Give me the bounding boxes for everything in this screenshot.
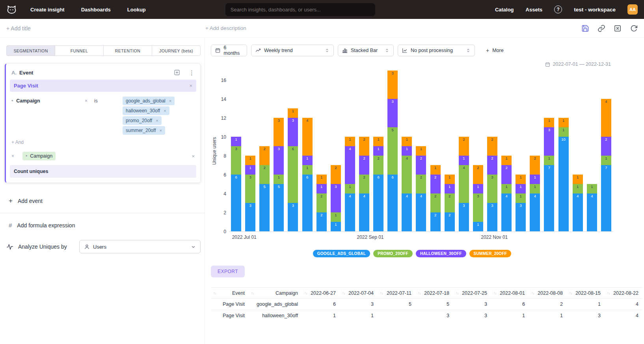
bar-segment-google_ads_global[interactable]: 5 (274, 184, 284, 231)
bar-segment-promo_20off[interactable]: 1 (573, 184, 583, 193)
chart-type-select[interactable]: Stacked Bar (338, 45, 394, 56)
nav-assets[interactable]: Assets (526, 7, 543, 13)
bar-segment-halloween_30off[interactable]: 1 (373, 146, 383, 156)
bar-segment-promo_20off[interactable]: 1 (544, 156, 554, 165)
table-header-2022-08-01[interactable]: ↑↓2022-08-01 (491, 288, 529, 299)
table-header-2022-08-22[interactable]: ↑↓2022-08-22 (605, 288, 642, 299)
bar-segment-google_ads_global[interactable]: 7 (544, 165, 554, 231)
bar-segment-halloween_30off[interactable]: 1 (445, 184, 455, 193)
bar-segment-summer_20off[interactable]: 1 (345, 137, 355, 146)
bar-segment-google_ads_global[interactable]: 1 (473, 222, 483, 231)
bar-segment-halloween_30off[interactable]: 2 (487, 156, 497, 175)
save-icon[interactable] (581, 24, 589, 32)
bar-segment-promo_20off[interactable]: 1 (587, 184, 597, 193)
bar-segment-promo_20off[interactable]: 1 (558, 127, 569, 137)
filter-value-tag[interactable]: halloween_30off× (123, 106, 169, 115)
filter-property[interactable]: Campaign (16, 98, 40, 104)
remove-breakdown-icon[interactable]: × (11, 153, 19, 159)
remove-filter-icon[interactable]: × (85, 97, 92, 104)
bar-segment-google_ads_global[interactable]: 6 (302, 175, 313, 231)
bar-segment-halloween_30off[interactable]: 3 (387, 99, 398, 127)
filter-value-tag[interactable]: summer_20off× (123, 126, 165, 135)
remove-event-icon[interactable]: × (189, 83, 192, 89)
bar-segment-promo_20off[interactable]: 1 (302, 165, 313, 175)
sort-icon[interactable]: ↑↓ (493, 291, 496, 295)
sort-icon[interactable]: ↑↓ (531, 291, 534, 295)
sort-icon[interactable]: ↑↓ (304, 291, 307, 295)
bar-segment-promo_20off[interactable]: 3 (487, 175, 497, 203)
bar-segment-halloween_30off[interactable]: 1 (473, 184, 483, 193)
bar-segment-google_ads_global[interactable]: 4 (501, 193, 512, 231)
bar-segment-google_ads_global[interactable]: 4 (416, 193, 426, 231)
tab-retention[interactable]: RETENTION (103, 45, 152, 56)
bar-segment-summer_20off[interactable]: 4 (601, 99, 611, 137)
bar-segment-promo_20off[interactable]: 3 (245, 175, 255, 203)
sort-icon[interactable]: ↑↓ (380, 291, 383, 295)
add-title-button[interactable]: + Add title (6, 25, 31, 32)
bar-segment-promo_20off[interactable]: 6 (288, 146, 298, 203)
legend-item-halloween_30off[interactable]: HALLOWEEN_30OFF (416, 250, 466, 257)
bar-segment-promo_20off[interactable]: 3 (231, 146, 241, 175)
more-options-button[interactable]: + More (486, 48, 504, 53)
bar-segment-halloween_30off[interactable]: 1 (231, 137, 241, 146)
bar-segment-google_ads_global[interactable]: 3 (288, 203, 298, 231)
remove-value-icon[interactable]: × (156, 118, 158, 123)
bar-segment-google_ads_global[interactable]: 2 (316, 212, 327, 231)
bar-segment-halloween_30off[interactable]: 3 (331, 184, 341, 212)
bar-segment-google_ads_global[interactable]: 6 (373, 175, 383, 231)
bar-segment-promo_20off[interactable]: 5 (387, 127, 398, 175)
table-header-campaign[interactable]: ↑↓Campaign (249, 288, 302, 299)
bar-segment-google_ads_global[interactable]: 4 (359, 193, 369, 231)
bar-segment-promo_20off[interactable]: 2 (359, 175, 369, 193)
table-header-2022-08-08[interactable]: ↑↓2022-08-08 (529, 288, 567, 299)
table-header-2022-07-04[interactable]: ↑↓2022-07-04 (340, 288, 378, 299)
add-filter-icon[interactable] (174, 69, 180, 76)
help-icon[interactable]: ? (554, 6, 562, 13)
bar-segment-summer_20off[interactable]: 1 (573, 175, 583, 184)
bar-segment-summer_20off[interactable]: 1 (402, 137, 412, 146)
bar-segment-summer_20off[interactable]: 1 (373, 137, 383, 146)
sort-icon[interactable]: ↑↓ (456, 291, 458, 295)
table-header-2022-07-25[interactable]: ↑↓2022-07-25 (453, 288, 491, 299)
bar-segment-summer_20off[interactable]: 4 (302, 118, 313, 156)
bar-segment-google_ads_global[interactable]: 1 (331, 222, 341, 231)
bar-segment-summer_20off[interactable]: 1 (430, 165, 441, 175)
post-processing-select[interactable]: No post processing (398, 45, 475, 56)
tab-journey[interactable]: JOURNEY (beta) (152, 45, 201, 56)
bar-segment-google_ads_global[interactable]: 4 (587, 193, 597, 231)
breakdown-pill[interactable]: • Campaign (22, 152, 56, 160)
bar-segment-summer_20off[interactable]: 3 (387, 71, 398, 99)
bar-segment-summer_20off[interactable]: 2 (359, 137, 369, 156)
bar-segment-halloween_30off[interactable]: 2 (501, 165, 512, 184)
add-event-button[interactable]: + Add event (9, 197, 205, 204)
event-name[interactable]: Page Visit (14, 83, 38, 89)
bar-segment-summer_20off[interactable]: 3 (274, 118, 284, 146)
nav-dashboards[interactable]: Dashboards (81, 7, 111, 13)
refresh-icon[interactable] (630, 24, 638, 32)
bar-segment-promo_20off[interactable]: 2 (316, 193, 327, 212)
filter-operator[interactable]: is (94, 97, 123, 104)
bar-segment-summer_20off[interactable]: 2 (487, 137, 497, 156)
bar-segment-google_ads_global[interactable]: 2 (445, 212, 455, 231)
bar-segment-google_ads_global[interactable]: 2 (430, 212, 441, 231)
bar-segment-promo_20off[interactable]: 1 (516, 193, 526, 203)
nav-create-insight[interactable]: Create insight (30, 7, 65, 13)
app-logo-cat-icon[interactable] (6, 4, 17, 15)
tab-segmentation[interactable]: SEGMENTATION (6, 45, 55, 56)
bar-segment-halloween_30off[interactable]: 2 (416, 156, 426, 175)
legend-item-promo_20off[interactable]: PROMO_20OFF (373, 250, 413, 257)
bar-segment-promo_20off[interactable]: 4 (459, 165, 469, 203)
remove-value-icon[interactable]: × (169, 99, 171, 103)
export-button[interactable]: EXPORT (211, 266, 245, 277)
avatar[interactable]: AA (627, 4, 638, 15)
table-header-2022-06-27[interactable]: ↑↓2022-06-27 (302, 288, 340, 299)
bar-segment-google_ads_global[interactable]: 5 (259, 184, 270, 231)
aggregation-selector[interactable]: Count uniques (10, 165, 196, 178)
bar-segment-promo_20off[interactable]: 2 (416, 175, 426, 193)
bar-segment-google_ads_global[interactable]: 6 (387, 175, 398, 231)
bar-segment-halloween_30off[interactable]: 1 (402, 146, 412, 156)
sort-icon[interactable]: ↑↓ (607, 291, 610, 295)
filter-value-tag[interactable]: google_ads_global× (123, 97, 175, 105)
remove-value-icon[interactable]: × (159, 128, 162, 133)
tab-funnel[interactable]: FUNNEL (55, 45, 104, 56)
